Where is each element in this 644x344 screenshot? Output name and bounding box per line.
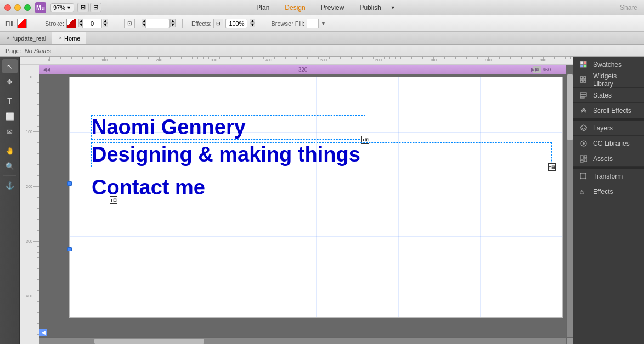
- maximize-button[interactable]: [24, 4, 31, 11]
- text-designing[interactable]: Designing & making things T⊞: [92, 143, 551, 167]
- stroke-right-down[interactable]: ▼: [103, 23, 108, 27]
- hscroll[interactable]: [39, 337, 566, 344]
- right-panel: Swatches Widgets Library St: [573, 57, 644, 344]
- svg-rect-18: [581, 174, 586, 179]
- nav-preview[interactable]: Preview: [313, 3, 352, 13]
- zoom-chevron-icon[interactable]: ▼: [66, 5, 71, 10]
- svg-rect-2: [580, 65, 583, 67]
- toolbar-sep-4: [262, 19, 262, 28]
- band-960-label: 960: [543, 67, 551, 72]
- browser-fill-chevron[interactable]: ▼: [321, 21, 326, 26]
- panel-assets[interactable]: Assets: [573, 151, 644, 167]
- band-left-arrow[interactable]: ◀◀: [43, 67, 50, 72]
- tab-home-close[interactable]: ×: [59, 35, 62, 41]
- zoom-tool[interactable]: 🔍: [2, 159, 18, 173]
- svg-rect-7: [584, 80, 586, 82]
- move-tool[interactable]: ✥: [2, 74, 18, 89]
- panel-transform[interactable]: Transform: [573, 169, 644, 184]
- canvas-band: 320 □ 960 ◀◀ ▶▶: [39, 65, 566, 74]
- publish-chevron-icon[interactable]: ▼: [391, 5, 396, 10]
- effects-panel-icon: fx: [579, 187, 589, 197]
- band-right-arrow[interactable]: ▶▶: [531, 67, 539, 72]
- svg-point-20: [585, 173, 586, 174]
- width-r-down[interactable]: ▼: [170, 23, 176, 27]
- select-tool[interactable]: ↖: [2, 59, 18, 73]
- panel-widgets[interactable]: Widgets Library: [573, 72, 644, 88]
- effects-up[interactable]: ▲: [250, 19, 255, 23]
- tab-update-real[interactable]: × *update_real: [0, 32, 52, 44]
- zoom-selector[interactable]: 97% ▼: [50, 3, 74, 12]
- panel-scroll-effects[interactable]: Scroll Effects: [573, 103, 644, 118]
- stroke-right-up[interactable]: ▲: [103, 19, 108, 23]
- left-toolbar: ↖ ✥ T ⬜ ✉ 🤚 🔍 ⚓: [0, 57, 20, 344]
- toolbar-sep-3: [182, 19, 183, 28]
- page-name: No States: [25, 48, 51, 54]
- cc-libraries-icon: [579, 139, 589, 148]
- canvas-content[interactable]: 320 □ 960 ◀◀ ▶▶: [39, 65, 573, 344]
- svg-rect-10: [580, 97, 584, 98]
- page-label: Page:: [5, 48, 21, 54]
- panel-effects[interactable]: fx Effects: [573, 184, 644, 199]
- assets-label: Assets: [593, 155, 613, 163]
- main-area: ↖ ✥ T ⬜ ✉ 🤚 🔍 ⚓ 010020030040050060070080…: [0, 57, 644, 344]
- tab-home[interactable]: × Home: [52, 32, 86, 44]
- text-naomi[interactable]: Naomi Gennery T⊞: [92, 116, 365, 139]
- text-contact[interactable]: Contact me T⊞: [92, 176, 205, 199]
- minimize-button[interactable]: [14, 4, 21, 11]
- bottom-left-arrow[interactable]: ◀: [39, 329, 47, 336]
- scroll-effects-icon: [579, 106, 589, 116]
- tab-update-real-close[interactable]: ×: [7, 35, 10, 41]
- nav-design[interactable]: Design: [277, 3, 313, 13]
- band-label: 320: [298, 67, 308, 73]
- svg-rect-6: [580, 80, 583, 82]
- text-tool[interactable]: T: [2, 94, 18, 108]
- stroke-value-input[interactable]: 0: [82, 19, 102, 28]
- panel-swatches[interactable]: Swatches: [573, 57, 644, 72]
- svg-rect-3: [584, 65, 586, 67]
- width-input[interactable]: [145, 19, 170, 28]
- ruler-marks: 0100200300400500600700800900: [20, 57, 573, 65]
- canvas-main: 0100200300400500 320 □ 960 ◀◀ ▶▶: [20, 65, 573, 344]
- widgets-icon: [579, 75, 589, 85]
- stroke-color-swatch[interactable]: [66, 19, 76, 28]
- hscroll-thumb[interactable]: [94, 339, 204, 344]
- effects-percent-input[interactable]: 100%: [225, 19, 247, 28]
- effects-down[interactable]: ▼: [250, 23, 255, 27]
- pan-tool[interactable]: 🤚: [2, 144, 18, 158]
- scroll-corner: [566, 337, 573, 344]
- vscroll[interactable]: [566, 74, 573, 337]
- grid-icon-btn[interactable]: ⊞: [77, 3, 89, 12]
- nav-plan[interactable]: Plan: [248, 3, 277, 13]
- image-tool[interactable]: ✉: [2, 124, 18, 139]
- svg-rect-15: [584, 156, 587, 158]
- svg-rect-0: [580, 61, 583, 64]
- effects-icon[interactable]: ⊟: [213, 19, 223, 28]
- anchor-dot-left-2[interactable]: [67, 247, 72, 251]
- ruler-top: 0100200300400500600700800900: [20, 57, 573, 65]
- svg-rect-14: [580, 156, 583, 159]
- tool-sep-1: [3, 91, 16, 91]
- share-button[interactable]: Share: [620, 4, 637, 12]
- nav-publish[interactable]: Publish: [352, 3, 388, 13]
- svg-rect-4: [580, 77, 583, 79]
- panel-cc-libraries[interactable]: CC Libraries: [573, 136, 644, 151]
- browser-fill-swatch[interactable]: [307, 19, 319, 28]
- display-icon-btn[interactable]: ⊟: [90, 3, 101, 12]
- browser-fill-label: Browser Fill:: [271, 20, 304, 27]
- vscroll-thumb[interactable]: [567, 74, 573, 140]
- grid-h-3: [70, 236, 562, 237]
- anchor-tool[interactable]: ⚓: [2, 178, 18, 192]
- toolbar-sep-2: [115, 19, 115, 28]
- panel-states[interactable]: States: [573, 88, 644, 103]
- panel-layers[interactable]: Layers: [573, 121, 644, 136]
- effects-label: Effects:: [191, 20, 211, 27]
- rectangle-tool[interactable]: ⬜: [2, 109, 18, 123]
- resize-icon[interactable]: ⊡: [124, 19, 135, 28]
- svg-marker-11: [580, 125, 587, 129]
- close-button[interactable]: [4, 4, 11, 11]
- width-r-up[interactable]: ▲: [170, 19, 176, 23]
- svg-point-13: [583, 142, 585, 145]
- anchor-dot-left-1[interactable]: [67, 181, 72, 186]
- fill-color-swatch[interactable]: [17, 19, 27, 28]
- toolbar: Fill: Stroke: ▲ ▼ 0 ▲ ▼ ⊡ ▲ ▼ ▲ ▼: [0, 15, 644, 32]
